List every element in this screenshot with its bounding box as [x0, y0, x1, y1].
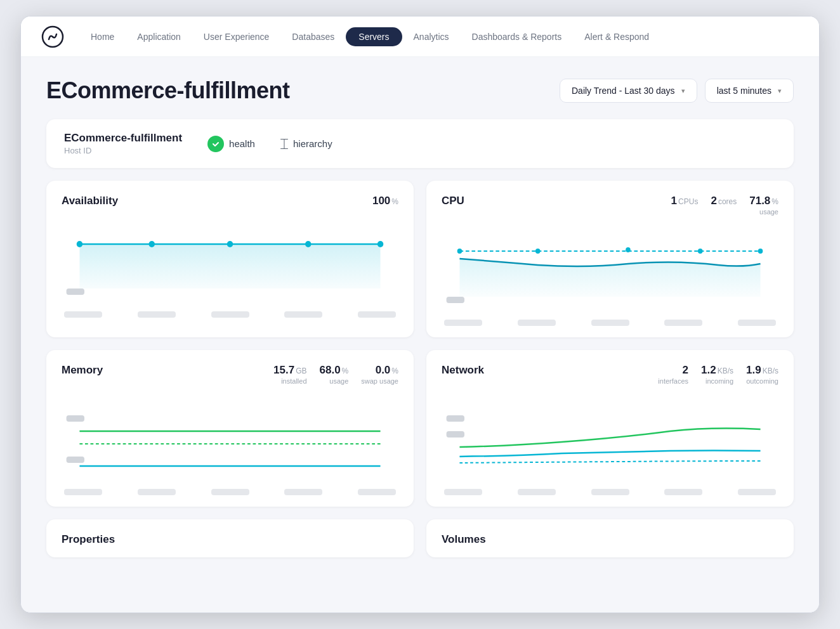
network-title: Network: [442, 364, 484, 377]
properties-title: Properties: [62, 533, 115, 545]
memory-swap-label: swap usage: [361, 377, 398, 385]
nav-servers[interactable]: Servers: [346, 27, 402, 46]
memory-usage-stat: 68.0% usage: [320, 364, 349, 385]
network-chart: [442, 396, 778, 485]
svg-rect-20: [447, 431, 464, 438]
nav-items: Home Application User Experience Databas…: [79, 27, 799, 47]
availability-title: Availability: [62, 195, 118, 207]
mem-xlabel-1: [64, 489, 102, 495]
trend-dropdown[interactable]: Daily Trend - Last 30 days ▾: [560, 79, 697, 103]
availability-value: 100%: [372, 195, 398, 207]
cpu-xlabel-5: [738, 320, 776, 326]
cpu-usage-value: 71.8%: [749, 195, 778, 207]
svg-point-5: [305, 241, 311, 247]
network-interfaces-stat: 2 interfaces: [658, 364, 688, 385]
time-dropdown-label: last 5 minutes: [717, 86, 771, 96]
info-card: ECommerce-fulfillment Host ID health ⌶ h…: [46, 119, 794, 168]
memory-stats: 15.7GB installed 68.0% usage: [273, 364, 398, 385]
availability-value-stat: 100%: [372, 195, 398, 207]
mem-xlabel-5: [358, 489, 396, 495]
memory-chart: [62, 396, 398, 485]
xlabel-2: [138, 311, 176, 318]
nav-databases[interactable]: Databases: [280, 27, 346, 47]
net-xlabel-5: [738, 489, 776, 495]
svg-rect-19: [447, 415, 464, 422]
properties-card: Properties: [46, 519, 414, 557]
memory-swap-stat: 0.0% swap usage: [361, 364, 398, 385]
nav-alert[interactable]: Alert & Respond: [573, 27, 660, 47]
volumes-title: Volumes: [442, 533, 486, 545]
page-title: ECommerce-fulfillment: [46, 77, 290, 104]
health-badge: health: [207, 136, 255, 152]
network-interfaces-value: 2: [658, 364, 688, 377]
availability-header: Availability 100%: [62, 195, 398, 207]
app-window: Home Application User Experience Databas…: [20, 16, 820, 613]
hierarchy-label: hierarchy: [293, 138, 332, 149]
memory-card: Memory 15.7GB installed 68.0%: [46, 350, 414, 507]
trend-dropdown-label: Daily Trend - Last 30 days: [572, 86, 675, 96]
svg-rect-1: [67, 289, 84, 295]
cpu-card: CPU 1CPUs 2cores: [426, 181, 794, 337]
availability-xlabels: [62, 308, 398, 318]
network-outgoing-value: 1.9KB/s: [746, 364, 778, 377]
network-incoming-value: 1.2KB/s: [701, 364, 733, 377]
memory-installed-stat: 15.7GB installed: [273, 364, 306, 385]
mem-xlabel-2: [138, 489, 176, 495]
cpu-usage-label: usage: [749, 208, 778, 216]
svg-rect-7: [447, 297, 464, 303]
health-dot-icon: [207, 136, 224, 152]
trend-chevron-icon: ▾: [681, 87, 685, 95]
bottom-grid: Properties Volumes: [46, 519, 794, 557]
availability-card: Availability 100%: [46, 181, 414, 337]
nav-application[interactable]: Application: [126, 27, 192, 47]
memory-header: Memory 15.7GB installed 68.0%: [62, 364, 398, 385]
page-content: ECommerce-fulfillment Daily Trend - Last…: [21, 57, 819, 613]
svg-point-13: [758, 249, 763, 254]
svg-point-11: [626, 247, 631, 252]
volumes-card: Volumes: [426, 519, 794, 557]
mem-xlabel-4: [284, 489, 322, 495]
header-controls: Daily Trend - Last 30 days ▾ last 5 minu…: [560, 79, 794, 103]
network-outgoing-stat: 1.9KB/s outcoming: [746, 364, 778, 385]
svg-rect-17: [67, 457, 84, 463]
hierarchy-badge: ⌶ hierarchy: [280, 136, 332, 151]
network-incoming-stat: 1.2KB/s incoming: [701, 364, 733, 385]
availability-stats: 100%: [372, 195, 398, 207]
cpu-cpus-value: 1CPUs: [671, 195, 699, 207]
memory-xlabels: [62, 485, 398, 495]
nav-home[interactable]: Home: [79, 27, 126, 47]
cpu-cores-value: 2cores: [711, 195, 737, 207]
metrics-grid: Availability 100%: [46, 181, 794, 507]
svg-point-2: [77, 241, 82, 247]
xlabel-4: [284, 311, 322, 318]
cpu-xlabels: [442, 316, 778, 326]
network-xlabels: [442, 485, 778, 495]
time-chevron-icon: ▾: [778, 87, 782, 95]
logo[interactable]: [41, 25, 64, 48]
cpu-stats: 1CPUs 2cores 71.8% usage: [671, 195, 778, 216]
memory-installed-value: 15.7GB: [273, 364, 306, 377]
svg-point-6: [377, 241, 383, 247]
memory-installed-label: installed: [273, 377, 306, 385]
cpu-usage-stat: 71.8% usage: [749, 195, 778, 216]
net-xlabel-4: [664, 489, 702, 495]
cpu-cores-stat: 2cores: [711, 195, 737, 207]
nav-dashboards[interactable]: Dashboards & Reports: [461, 27, 574, 47]
svg-point-10: [535, 249, 541, 254]
network-outgoing-label: outcoming: [746, 377, 778, 385]
svg-point-3: [148, 241, 154, 247]
network-incoming-label: incoming: [701, 377, 733, 385]
svg-rect-14: [67, 415, 84, 422]
cpu-xlabel-2: [518, 320, 556, 326]
nav-user-experience[interactable]: User Experience: [192, 27, 281, 47]
time-dropdown[interactable]: last 5 minutes ▾: [705, 79, 794, 103]
page-header: ECommerce-fulfillment Daily Trend - Last…: [46, 77, 794, 104]
svg-point-4: [227, 241, 233, 247]
mem-xlabel-3: [211, 489, 249, 495]
xlabel-5: [358, 311, 396, 318]
cpu-chart: [442, 227, 778, 316]
info-card-sub: Host ID: [64, 146, 182, 155]
net-xlabel-3: [591, 489, 629, 495]
nav-analytics[interactable]: Analytics: [402, 27, 461, 47]
cpu-xlabel-3: [591, 320, 629, 326]
